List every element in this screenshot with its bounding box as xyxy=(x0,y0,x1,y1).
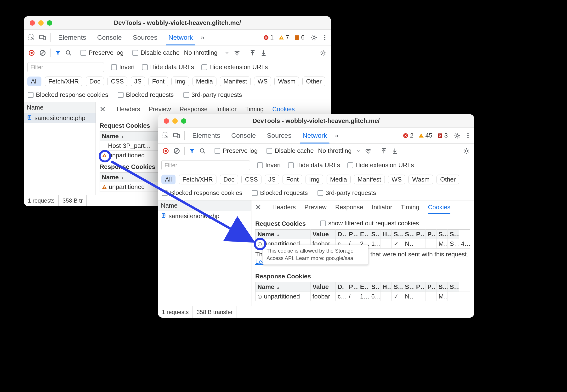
tab-network[interactable]: Network xyxy=(165,30,196,45)
filter-input[interactable]: Filter xyxy=(161,160,250,170)
type-other[interactable]: Other xyxy=(436,175,459,184)
col-header[interactable]: P… xyxy=(425,230,436,239)
tab-console[interactable]: Console xyxy=(228,128,259,143)
invert-checkbox[interactable]: Invert xyxy=(257,161,281,169)
hide-extension-urls-checkbox[interactable]: Hide extension URLs xyxy=(201,63,268,71)
type-css[interactable]: CSS xyxy=(241,175,261,184)
detail-tab-timing[interactable]: Timing xyxy=(245,102,264,116)
clear-icon[interactable] xyxy=(173,148,180,154)
preserve-log-checkbox[interactable]: Preserve log xyxy=(80,49,123,56)
throttling-select[interactable]: No throttling xyxy=(318,147,361,154)
col-header[interactable]: S… xyxy=(403,230,414,239)
detail-tab-initiator[interactable]: Initiator xyxy=(216,102,237,116)
close-window-icon[interactable] xyxy=(30,20,35,26)
clear-icon[interactable] xyxy=(39,50,46,56)
more-tabs-icon[interactable]: » xyxy=(201,34,205,41)
detail-tab-initiator[interactable]: Initiator xyxy=(372,200,392,214)
issues-summary[interactable]: 1 7 6 xyxy=(261,34,306,41)
search-icon[interactable] xyxy=(199,148,206,154)
download-har-icon[interactable] xyxy=(391,148,398,154)
col-header[interactable]: S… xyxy=(448,230,459,239)
name-column-header[interactable]: Name xyxy=(24,102,96,113)
type-all[interactable]: All xyxy=(161,175,176,184)
hide-extension-urls-checkbox[interactable]: Hide extension URLs xyxy=(347,161,414,169)
type-wasm[interactable]: Wasm xyxy=(274,77,299,86)
devices-icon[interactable] xyxy=(173,132,180,139)
third-party-checkbox[interactable]: 3rd-party requests xyxy=(317,189,376,196)
inspect-icon[interactable] xyxy=(162,132,169,139)
hide-data-urls-checkbox[interactable]: Hide data URLs xyxy=(288,161,340,169)
col-header[interactable]: S… xyxy=(392,282,403,292)
detail-tab-cookies[interactable]: Cookies xyxy=(272,102,295,116)
col-header[interactable]: Name xyxy=(255,282,311,292)
type-media[interactable]: Media xyxy=(327,175,351,184)
col-header[interactable]: S… xyxy=(436,282,448,292)
type-other[interactable]: Other xyxy=(302,77,325,86)
col-header[interactable]: P… xyxy=(347,282,358,292)
upload-har-icon[interactable] xyxy=(249,50,256,56)
col-header[interactable]: P… xyxy=(414,230,425,239)
col-header[interactable]: E… xyxy=(358,282,369,292)
maximize-window-icon[interactable] xyxy=(47,20,52,26)
request-row[interactable]: samesitenone.php xyxy=(24,113,96,123)
col-header[interactable]: D. xyxy=(336,282,347,292)
type-img[interactable]: Img xyxy=(306,175,323,184)
col-header[interactable]: E… xyxy=(358,230,369,239)
type-all[interactable]: All xyxy=(27,77,41,86)
detail-tab-preview[interactable]: Preview xyxy=(304,200,326,214)
name-header[interactable]: Name xyxy=(100,132,162,141)
minimize-window-icon[interactable] xyxy=(172,118,178,124)
record-icon[interactable] xyxy=(28,50,35,56)
search-icon[interactable] xyxy=(65,50,72,56)
network-conditions-icon[interactable] xyxy=(365,148,372,154)
settings-icon[interactable] xyxy=(454,132,461,139)
type-js[interactable]: JS xyxy=(265,175,279,184)
col-header[interactable]: S… xyxy=(448,282,459,292)
detail-tab-response[interactable]: Response xyxy=(179,102,208,116)
col-header[interactable]: P… xyxy=(425,282,436,292)
issues-summary[interactable]: 2 45 3 xyxy=(401,132,450,139)
type-fetch[interactable]: Fetch/XHR xyxy=(45,77,82,86)
col-header[interactable]: Value xyxy=(311,230,336,239)
cookie-row[interactable]: unpartitionedfoobarc…/1…6…✓N…M… xyxy=(255,292,470,301)
filter-icon[interactable] xyxy=(55,50,61,56)
inspect-icon[interactable] xyxy=(28,34,35,41)
detail-tab-cookies[interactable]: Cookies xyxy=(428,200,450,214)
name-column-header[interactable]: Name xyxy=(158,200,251,211)
tab-network[interactable]: Network xyxy=(299,128,330,143)
more-tabs-icon[interactable]: » xyxy=(335,132,339,140)
request-row[interactable]: samesitenone.php xyxy=(158,211,251,221)
close-detail-icon[interactable]: ✕ xyxy=(100,105,105,113)
type-js[interactable]: JS xyxy=(131,77,145,86)
maximize-window-icon[interactable] xyxy=(181,118,186,124)
type-doc[interactable]: Doc xyxy=(220,175,238,184)
col-header[interactable]: P… xyxy=(414,282,425,292)
cookie-row[interactable]: Host-3P_part… xyxy=(100,141,162,151)
detail-tab-response[interactable]: Response xyxy=(335,200,363,214)
blocked-response-cookies-checkbox[interactable]: Blocked response cookies xyxy=(28,91,108,98)
close-window-icon[interactable] xyxy=(164,118,169,124)
throttling-select[interactable]: No throttling xyxy=(184,49,229,56)
col-header[interactable]: S… xyxy=(369,230,380,239)
upload-har-icon[interactable] xyxy=(380,148,387,154)
download-har-icon[interactable] xyxy=(260,50,267,56)
preserve-log-checkbox[interactable]: Preserve log xyxy=(215,147,258,154)
type-manifest[interactable]: Manifest xyxy=(354,175,385,184)
invert-checkbox[interactable]: Invert xyxy=(111,63,135,71)
tab-elements[interactable]: Elements xyxy=(189,128,224,143)
blocked-response-cookies-checkbox[interactable]: Blocked response cookies xyxy=(162,189,242,196)
col-header[interactable]: H… xyxy=(380,230,392,239)
type-font[interactable]: Font xyxy=(149,77,168,86)
show-filtered-checkbox[interactable]: show filtered out request cookies xyxy=(320,220,419,227)
record-icon[interactable] xyxy=(162,148,169,154)
col-header[interactable]: H… xyxy=(380,282,392,292)
blocked-requests-checkbox[interactable]: Blocked requests xyxy=(252,189,308,196)
col-header[interactable]: S… xyxy=(403,282,414,292)
kebab-menu-icon[interactable] xyxy=(465,133,471,138)
col-header[interactable]: P… xyxy=(347,230,358,239)
filter-icon[interactable] xyxy=(189,148,195,154)
network-settings-icon[interactable] xyxy=(463,148,470,154)
disable-cache-checkbox[interactable]: Disable cache xyxy=(267,147,314,154)
devices-icon[interactable] xyxy=(39,34,46,41)
col-header[interactable]: S… xyxy=(369,282,380,292)
